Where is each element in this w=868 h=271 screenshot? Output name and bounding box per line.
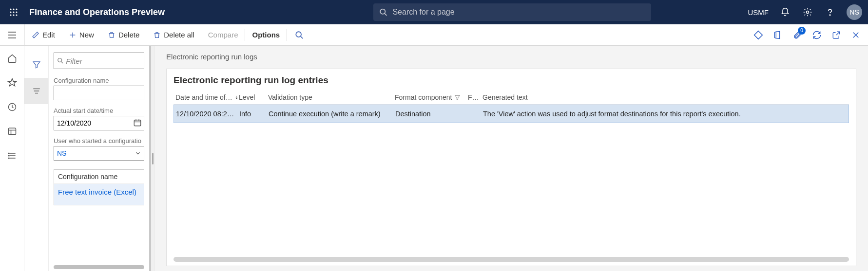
svg-point-30 xyxy=(8,155,9,156)
config-list-header: Configuration name xyxy=(54,170,144,184)
svg-line-10 xyxy=(385,14,386,16)
filter-quickfilter[interactable] xyxy=(54,53,144,69)
svg-point-31 xyxy=(8,158,9,159)
col-validation-type-header[interactable]: Validation type xyxy=(268,93,395,101)
compare-button: Compare xyxy=(201,24,245,45)
workspaces-icon[interactable] xyxy=(5,125,19,138)
table-row[interactable]: 12/10/2020 08:2… Info Continue execution… xyxy=(174,105,849,123)
col-level-header[interactable]: Level xyxy=(239,93,268,101)
new-label: New xyxy=(79,31,94,39)
svg-point-12 xyxy=(829,15,830,16)
start-dt-label: Actual start date/time xyxy=(54,107,144,114)
svg-point-1 xyxy=(13,8,14,10)
company-code[interactable]: USMF xyxy=(748,8,769,17)
svg-point-2 xyxy=(16,8,17,10)
card-title: Electronic reporting run log entries xyxy=(174,74,849,90)
cell-f xyxy=(468,110,483,118)
splitter-handle[interactable] xyxy=(151,46,154,271)
svg-point-3 xyxy=(10,11,11,13)
notifications-icon[interactable] xyxy=(779,6,791,18)
col-generated-text-header[interactable]: Generated text xyxy=(482,93,847,101)
calendar-icon[interactable] xyxy=(133,118,142,127)
office-icon[interactable] xyxy=(772,30,783,40)
compare-label: Compare xyxy=(208,31,238,39)
diamond-icon[interactable] xyxy=(753,30,764,40)
config-name-label: Configuration name xyxy=(54,77,144,84)
col-f-truncated-header[interactable]: F… xyxy=(468,93,482,101)
global-search[interactable] xyxy=(373,3,651,21)
grid-horizontal-scrollbar[interactable] xyxy=(174,257,849,262)
svg-point-7 xyxy=(13,14,14,16)
main-content: Electronic reporting run logs Electronic… xyxy=(154,46,868,271)
list-filter-icon[interactable] xyxy=(24,78,48,104)
settings-gear-icon[interactable] xyxy=(802,6,813,18)
config-list: Configuration name Free text invoice (Ex… xyxy=(54,169,144,205)
top-nav-bar: Finance and Operations Preview USMF NS xyxy=(0,0,868,24)
delete-all-label: Delete all xyxy=(164,31,194,39)
filter-funnel-icon[interactable] xyxy=(454,94,461,101)
cell-date: 12/10/2020 08:2… xyxy=(176,110,239,118)
filter-quickfilter-input[interactable] xyxy=(66,57,141,65)
log-entries-card: Electronic reporting run log entries Dat… xyxy=(166,69,856,266)
svg-rect-23 xyxy=(8,128,16,134)
global-search-input[interactable] xyxy=(392,8,645,17)
user-label: User who started a configuratio xyxy=(54,137,144,145)
cell-validation-type: Continue execution (write a remark) xyxy=(269,110,395,118)
svg-point-18 xyxy=(296,32,301,37)
svg-point-29 xyxy=(8,153,9,154)
cell-format-component: Destination xyxy=(395,110,468,118)
start-dt-input[interactable] xyxy=(54,116,144,130)
col-date-header[interactable]: Date and time of… xyxy=(175,93,239,101)
svg-point-4 xyxy=(13,11,14,13)
home-icon[interactable] xyxy=(5,52,19,65)
grid-header-row: Date and time of… Level Validation type … xyxy=(174,90,849,105)
page-title: Electronic reporting run logs xyxy=(166,53,856,61)
panel-horizontal-scrollbar[interactable] xyxy=(54,265,144,269)
svg-line-36 xyxy=(61,61,63,63)
delete-button[interactable]: Delete xyxy=(101,24,146,45)
log-entries-grid: Date and time of… Level Validation type … xyxy=(174,90,849,253)
svg-point-5 xyxy=(16,11,17,13)
new-button[interactable]: New xyxy=(62,24,101,45)
favorites-star-icon[interactable] xyxy=(5,76,19,90)
edit-button[interactable]: Edit xyxy=(25,24,62,45)
svg-point-0 xyxy=(10,8,11,10)
refresh-icon[interactable] xyxy=(811,30,822,40)
col-format-component-header[interactable]: Format component xyxy=(395,93,468,101)
page-search-icon[interactable] xyxy=(287,31,311,39)
close-icon[interactable] xyxy=(850,30,861,40)
svg-point-8 xyxy=(16,14,17,16)
delete-label: Delete xyxy=(118,31,139,39)
hamburger-icon[interactable] xyxy=(7,31,17,39)
search-icon xyxy=(57,57,64,65)
svg-rect-37 xyxy=(134,120,141,126)
filter-funnel-icon[interactable] xyxy=(24,52,48,78)
search-icon xyxy=(379,8,387,17)
filter-panel: Configuration name Actual start date/tim… xyxy=(49,46,151,271)
popout-icon[interactable] xyxy=(831,30,842,40)
cell-generated-text: The 'View' action was used to adjust for… xyxy=(483,110,847,118)
user-avatar[interactable]: NS xyxy=(847,4,862,20)
app-launcher-icon[interactable] xyxy=(6,4,21,20)
attach-icon[interactable]: 0 xyxy=(792,30,803,40)
config-list-item[interactable]: Free text invoice (Excel) xyxy=(54,184,144,205)
edit-label: Edit xyxy=(42,31,55,39)
action-bar: Edit New Delete Delete all Compare Optio… xyxy=(0,24,868,46)
chevron-down-icon[interactable] xyxy=(135,150,141,157)
delete-all-button[interactable]: Delete all xyxy=(146,24,201,45)
recent-clock-icon[interactable] xyxy=(5,100,19,114)
cell-level: Info xyxy=(239,110,269,118)
attach-badge: 0 xyxy=(798,27,806,35)
svg-point-9 xyxy=(380,9,385,14)
options-label: Options xyxy=(252,31,280,39)
filter-panel-area: Configuration name Actual start date/tim… xyxy=(24,46,154,271)
svg-line-19 xyxy=(301,36,303,38)
options-button[interactable]: Options xyxy=(245,24,287,45)
config-name-input[interactable] xyxy=(54,86,144,100)
help-icon[interactable] xyxy=(824,6,836,18)
modules-list-icon[interactable] xyxy=(5,149,19,163)
user-select[interactable] xyxy=(54,146,144,161)
left-nav-rail xyxy=(0,46,24,271)
sort-desc-icon xyxy=(234,94,239,100)
svg-point-11 xyxy=(807,11,809,14)
